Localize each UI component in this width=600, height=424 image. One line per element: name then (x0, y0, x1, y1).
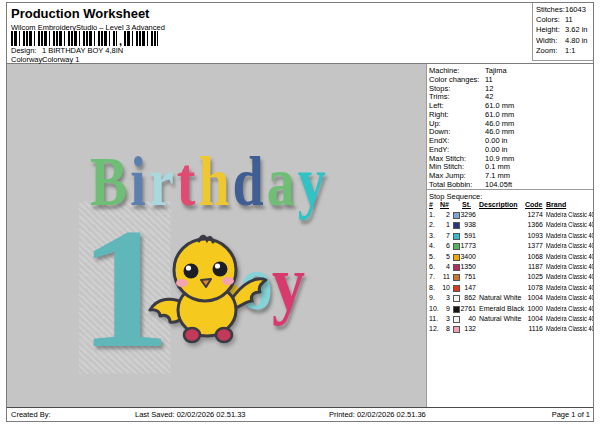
last-saved-label: Last Saved: 02/02/2026 02.51.33 (135, 410, 246, 419)
cell-code: 1078 (521, 284, 543, 291)
stop-sequence-row: 1.232961274Madeira Classic 40 (427, 211, 593, 221)
stop-sequence-row: 9.3862Natural White1004Madeira Classic 4… (427, 294, 593, 304)
artwork-letter: y (272, 238, 304, 326)
stat-value: 16043 (565, 5, 586, 14)
cell-stitches: 938 (460, 221, 476, 228)
cell-needle: 3 (439, 294, 450, 301)
cell-stitches: 40 (460, 315, 476, 322)
machine-row: EndX:0.00 in (427, 136, 593, 145)
stat-value: 11 (565, 15, 573, 24)
stop-sequence-row: 10.92761Emerald Black1000Madeira Classic… (427, 305, 593, 315)
machine-label: Min Stitch: (429, 162, 464, 171)
artwork-letter: h (198, 142, 232, 220)
stop-sequence-row: 11.340Natural White1004Madeira Classic 4… (427, 315, 593, 325)
machine-label: Max Jump: (429, 171, 466, 180)
cell-needle: 6 (439, 242, 450, 249)
stop-sequence-row: 4.617731377Madeira Classic 40 (427, 242, 593, 252)
color-swatch (453, 264, 460, 271)
cell-needle: 11 (439, 273, 450, 280)
cell-index: 6. (429, 263, 439, 270)
barcode: , (11, 31, 158, 46)
barcode-bars (11, 31, 117, 46)
cell-index: 11. (429, 315, 439, 322)
cell-brand: Madeira Classic 40 (546, 242, 585, 249)
cell-stitches: 147 (460, 284, 476, 291)
stat-label: Width: (536, 36, 557, 45)
cell-code: 1093 (521, 232, 543, 239)
color-swatch (453, 326, 460, 333)
stat-row: Width:4.80 in (533, 36, 593, 46)
machine-label: Machine: (429, 66, 459, 75)
stop-sequence-row: 8.101471078Madeira Classic 40 (427, 284, 593, 294)
cell-brand: Madeira Classic 40 (546, 221, 585, 228)
machine-label: Max Stitch: (429, 154, 466, 163)
machine-value: 61.0 mm (485, 101, 514, 110)
cell-brand: Madeira Classic 40 (546, 211, 585, 218)
machine-row: Right:61.0 mm (427, 110, 593, 119)
machine-value: 42 (485, 92, 493, 101)
cell-code: 1274 (521, 211, 543, 218)
design-row: Design:1 BIRTHDAY BOY 4,8IN (11, 46, 123, 55)
machine-row: Left:61.0 mm (427, 101, 593, 110)
page-number: Page 1 of 1 (552, 410, 590, 419)
artwork-letter: r (149, 142, 177, 220)
color-swatch (453, 254, 460, 261)
colorway-label: Colorway: (11, 55, 42, 64)
worksheet-page: Production Worksheet Wilcom EmbroiderySt… (6, 2, 594, 422)
machine-value: 104.05ft (485, 180, 512, 189)
cell-brand: Madeira Classic 40 (546, 273, 585, 280)
stop-sequence-row: 5.534001068Madeira Classic 40 (427, 253, 593, 263)
artwork-letter: d (233, 142, 267, 220)
machine-value: 12 (485, 84, 493, 93)
artwork-letter: y (298, 142, 329, 220)
cell-brand: Madeira Classic 40 (546, 294, 585, 301)
machine-row: Min Stitch:0.1 mm (427, 162, 593, 171)
cell-needle: 2 (439, 211, 450, 218)
stop-sequence-row: 7.117511025Madeira Classic 40 (427, 273, 593, 283)
artwork-letter: a (267, 142, 298, 220)
stop-sequence-header: #N#St.DescriptionCodeBrand (427, 201, 593, 211)
stat-row: Height:3.62 in (533, 25, 593, 35)
colorway-row: Colorway:Colorway 1 (11, 55, 80, 64)
machine-row: Color changes:11 (427, 75, 593, 84)
cell-needle: 3 (439, 315, 450, 322)
cell-brand: Madeira Classic 40 (546, 305, 585, 312)
machine-value: 10.9 mm (485, 154, 514, 163)
column-header: # (429, 201, 433, 208)
cell-stitches: 3296 (460, 211, 476, 218)
cell-description: Natural White (479, 315, 524, 322)
machine-label: Right: (429, 110, 449, 119)
cell-index: 7. (429, 273, 439, 280)
chick-right-cheek (222, 277, 234, 285)
chick-right-foot (216, 328, 232, 342)
cell-needle: 5 (439, 253, 450, 260)
column-header: N# (440, 201, 449, 208)
machine-value: 0.1 mm (485, 162, 510, 171)
cell-code: 1366 (521, 221, 543, 228)
machine-value: 61.0 mm (485, 110, 514, 119)
color-swatch (453, 306, 460, 313)
artwork-letter: B (90, 142, 130, 220)
chick-right-eye-highlight (215, 263, 220, 268)
machine-label: Total Bobbin: (429, 180, 472, 189)
machine-value: 7.1 mm (485, 171, 510, 180)
artwork-letter: i (130, 142, 149, 220)
color-swatch (453, 285, 460, 292)
stat-value: 3.62 in (565, 25, 588, 34)
column-header: Description (479, 201, 518, 208)
stop-sequence-row: 3.75911093Madeira Classic 40 (427, 232, 593, 242)
stats-panel: Stitches:16043Colors:11Height:3.62 inWid… (532, 3, 593, 61)
machine-label: Trims: (429, 92, 450, 101)
header: Production Worksheet Wilcom EmbroiderySt… (7, 3, 593, 64)
cell-index: 4. (429, 242, 439, 249)
stat-label: Zoom: (536, 46, 557, 55)
stop-sequence-row: 2.19381366Madeira Classic 40 (427, 221, 593, 231)
cell-index: 12. (429, 325, 439, 332)
cell-stitches: 3400 (460, 253, 476, 260)
artwork-word-birthday: Birthday (90, 146, 329, 216)
stat-value: 1:1 (565, 46, 575, 55)
cell-brand: Madeira Classic 40 (546, 315, 585, 322)
chick-right-eye (213, 262, 228, 277)
cell-code: 1377 (521, 242, 543, 249)
machine-value: 46.0 mm (485, 119, 514, 128)
